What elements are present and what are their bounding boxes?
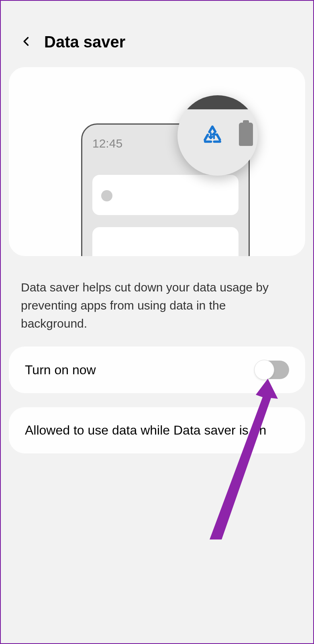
header: Data saver	[1, 1, 313, 67]
turn-on-row[interactable]: Turn on now	[9, 347, 305, 393]
phone-card-placeholder	[92, 227, 239, 256]
turn-on-label: Turn on now	[25, 363, 96, 377]
status-bar-fragment	[177, 95, 258, 109]
turn-on-toggle[interactable]	[255, 361, 289, 379]
phone-time: 12:45	[92, 137, 122, 150]
svg-marker-0	[210, 379, 278, 539]
phone-card-placeholder	[92, 175, 239, 215]
allowed-apps-row[interactable]: Allowed to use data while Data saver is …	[9, 407, 305, 453]
allowed-apps-label: Allowed to use data while Data saver is …	[25, 421, 266, 439]
dot-placeholder	[101, 190, 112, 201]
toggle-knob	[254, 360, 274, 380]
page-title: Data saver	[44, 33, 125, 51]
illustration-card: 12:45	[9, 67, 305, 256]
battery-icon	[239, 123, 253, 146]
back-icon[interactable]	[21, 36, 32, 49]
description-text: Data saver helps cut down your data usag…	[1, 256, 313, 347]
zoom-magnifier	[177, 95, 258, 176]
annotation-arrow-icon	[206, 379, 278, 539]
